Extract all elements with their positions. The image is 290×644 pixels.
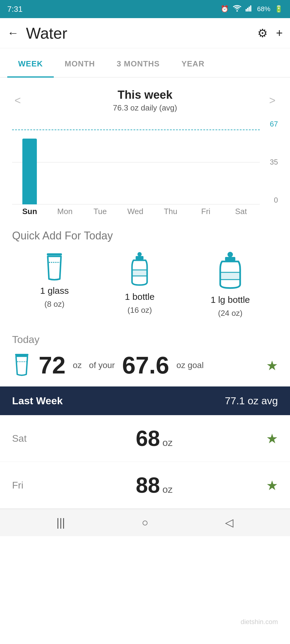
last-week-title: Last Week <box>12 395 63 407</box>
today-goal-unit: oz goal <box>176 360 204 370</box>
svg-point-8 <box>227 252 233 257</box>
lg-bottle-icon <box>217 252 244 291</box>
quick-add-lg-bottle[interactable]: 1 lg bottle (24 oz) <box>211 252 250 318</box>
back-button[interactable]: ← <box>7 27 19 40</box>
svg-rect-1 <box>247 8 248 11</box>
nav-left: ← Water <box>7 24 67 42</box>
bottom-home-icon[interactable]: ○ <box>142 516 148 529</box>
tab-year[interactable]: YEAR <box>171 51 215 77</box>
lg-bottle-sub: (24 oz) <box>218 309 243 318</box>
tabs-bar: WEEK MONTH 3 MONTHS YEAR <box>0 51 290 78</box>
alarm-icon: ⏰ <box>221 5 229 13</box>
add-button[interactable]: + <box>276 27 283 40</box>
bottle-label: 1 bottle <box>125 292 154 302</box>
watermark: dietshin.com <box>240 618 278 626</box>
svg-rect-9 <box>225 257 235 261</box>
wifi-icon <box>233 5 241 13</box>
svg-rect-2 <box>249 7 250 11</box>
svg-point-5 <box>137 252 142 256</box>
today-row: 72 oz of your 67.6 oz goal ★ <box>12 351 278 379</box>
prev-week-button[interactable]: < <box>14 94 21 107</box>
today-section: Today 72 oz of your 67.6 oz goal ★ <box>0 329 290 386</box>
day-row-sat: Sat 68 oz ★ <box>0 415 290 462</box>
day-amount-row-fri: 88 oz <box>136 473 173 498</box>
bar-slot-fri <box>188 120 224 204</box>
svg-rect-7 <box>132 270 147 276</box>
day-amount-fri: 88 <box>136 473 160 498</box>
status-time: 7:31 <box>7 5 23 14</box>
today-amount: 72 <box>39 351 66 379</box>
bottle-icon <box>129 252 150 288</box>
today-unit: oz <box>73 360 82 370</box>
quick-add-glass[interactable]: 1 glass (8 oz) <box>40 252 69 318</box>
status-bar: 7:31 ⏰ 68% 🔋 <box>0 0 290 18</box>
bottom-menu-icon[interactable]: ||| <box>56 516 65 529</box>
today-goal: 67.6 <box>122 351 169 379</box>
day-amount-sat: 68 <box>136 426 160 451</box>
x-label-fri: Fri <box>188 207 224 216</box>
last-week-avg: 77.1 oz avg <box>225 395 278 407</box>
bar-slot-tue <box>82 120 118 204</box>
bar-slot-sat <box>223 120 259 204</box>
y-label-67: 67 <box>261 120 278 128</box>
lg-bottle-label: 1 lg bottle <box>211 295 250 305</box>
status-icons: ⏰ 68% 🔋 <box>221 5 283 13</box>
bottom-back-icon[interactable]: ◁ <box>225 516 234 529</box>
bar-slot-sun <box>12 120 47 204</box>
chart-area: 67 35 0 <box>12 120 278 204</box>
week-subtitle: 76.3 oz daily (avg) <box>113 103 177 113</box>
day-star-fri: ★ <box>266 478 278 493</box>
settings-button[interactable]: ⚙ <box>257 27 268 40</box>
day-name-sat: Sat <box>12 433 42 444</box>
week-center: This week 76.3 oz daily (avg) <box>113 88 177 113</box>
quick-add-row: 1 glass (8 oz) 1 bottle (16 oz) <box>0 246 290 329</box>
svg-rect-10 <box>220 272 240 280</box>
bar-sun <box>22 139 37 204</box>
quick-add-bottle[interactable]: 1 bottle (16 oz) <box>125 252 154 318</box>
x-axis-labels: Sun Mon Tue Wed Thu Fri Sat <box>12 207 278 216</box>
x-label-mon: Mon <box>47 207 83 216</box>
battery-percent: 68% <box>257 5 270 13</box>
day-name-fri: Fri <box>12 480 42 491</box>
nav-right: ⚙ + <box>257 27 283 40</box>
x-label-sun: Sun <box>12 207 47 216</box>
glass-sub: (8 oz) <box>44 300 64 309</box>
signal-icon <box>246 5 253 13</box>
y-label-35: 35 <box>261 158 278 166</box>
next-week-button[interactable]: > <box>269 94 276 107</box>
bar-slot-wed <box>118 120 153 204</box>
tab-week[interactable]: WEEK <box>7 51 54 77</box>
x-label-tue: Tue <box>82 207 118 216</box>
week-title: This week <box>113 88 177 101</box>
tab-3months[interactable]: 3 MONTHS <box>106 51 170 77</box>
today-label: Today <box>12 334 278 345</box>
battery-icon: 🔋 <box>275 5 283 13</box>
svg-rect-11 <box>15 354 28 356</box>
top-nav: ← Water ⚙ + <box>0 18 290 48</box>
day-unit-sat: oz <box>163 437 173 448</box>
day-star-sat: ★ <box>266 431 278 446</box>
last-week-banner: Last Week 77.1 oz avg <box>0 386 290 415</box>
quick-add-title: Quick Add For Today <box>0 222 290 246</box>
tab-month[interactable]: MONTH <box>54 51 106 77</box>
bar-slot-thu <box>153 120 188 204</box>
y-axis-labels: 67 35 0 <box>261 120 278 204</box>
svg-rect-3 <box>250 5 251 11</box>
x-label-thu: Thu <box>153 207 188 216</box>
svg-rect-0 <box>246 9 247 11</box>
x-label-wed: Wed <box>118 207 153 216</box>
today-glass-icon <box>12 353 31 378</box>
day-amount-row-sat: 68 oz <box>136 426 173 451</box>
chart-container: 67 35 0 <box>0 120 290 222</box>
glass-icon <box>42 252 66 282</box>
bottle-sub: (16 oz) <box>127 306 152 315</box>
glass-label: 1 glass <box>40 286 69 296</box>
page-title: Water <box>26 24 67 42</box>
bar-slot-mon <box>47 120 83 204</box>
today-separator: of your <box>89 360 115 370</box>
x-label-sat: Sat <box>223 207 259 216</box>
day-row-fri: Fri 88 oz ★ <box>0 462 290 509</box>
svg-rect-4 <box>47 253 62 255</box>
bars-row <box>12 120 259 204</box>
today-star-icon: ★ <box>266 358 278 373</box>
